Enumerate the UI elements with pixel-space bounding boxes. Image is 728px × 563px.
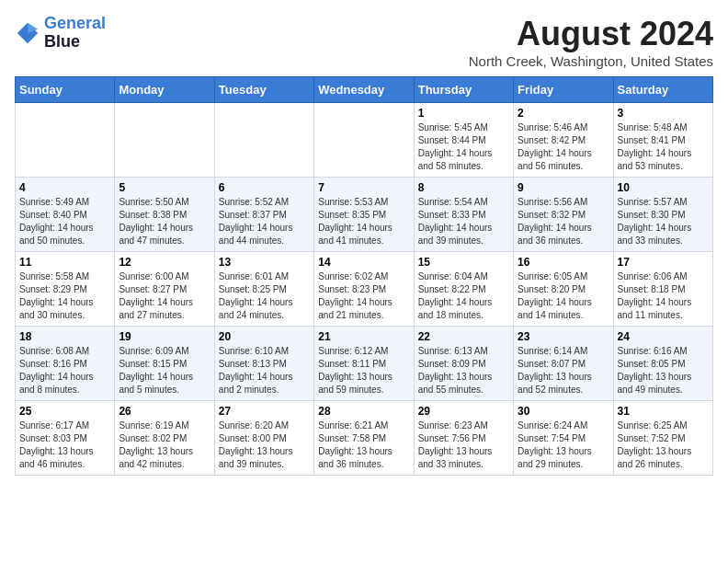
header-row: SundayMondayTuesdayWednesdayThursdayFrid… (16, 77, 713, 103)
day-number: 6 (219, 181, 310, 194)
calendar-cell: 31Sunrise: 6:25 AM Sunset: 7:52 PM Dayli… (613, 401, 712, 476)
header-day-saturday: Saturday (613, 77, 712, 103)
header: General Blue August 2024 North Creek, Wa… (15, 15, 713, 69)
day-info: Sunrise: 5:57 AM Sunset: 8:30 PM Dayligh… (618, 196, 709, 247)
day-number: 26 (119, 405, 210, 418)
logo: General Blue (15, 15, 106, 52)
day-number: 19 (119, 330, 210, 343)
day-info: Sunrise: 6:23 AM Sunset: 7:56 PM Dayligh… (418, 419, 509, 471)
day-number: 14 (318, 256, 409, 269)
day-number: 10 (618, 181, 709, 194)
calendar-body: 1Sunrise: 5:45 AM Sunset: 8:44 PM Daylig… (16, 103, 713, 476)
day-number: 16 (518, 256, 609, 269)
day-info: Sunrise: 5:54 AM Sunset: 8:33 PM Dayligh… (418, 196, 509, 247)
calendar-cell: 21Sunrise: 6:12 AM Sunset: 8:11 PM Dayli… (314, 327, 414, 401)
calendar-cell: 2Sunrise: 5:46 AM Sunset: 8:42 PM Daylig… (514, 103, 613, 178)
calendar-cell: 23Sunrise: 6:14 AM Sunset: 8:07 PM Dayli… (514, 327, 613, 401)
day-info: Sunrise: 5:52 AM Sunset: 8:37 PM Dayligh… (219, 196, 310, 247)
week-row-5: 25Sunrise: 6:17 AM Sunset: 8:03 PM Dayli… (16, 401, 713, 476)
day-number: 27 (219, 405, 310, 418)
calendar-cell: 30Sunrise: 6:24 AM Sunset: 7:54 PM Dayli… (514, 401, 613, 476)
day-info: Sunrise: 6:09 AM Sunset: 8:15 PM Dayligh… (119, 345, 210, 396)
main-title: August 2024 (469, 15, 713, 53)
day-number: 25 (19, 405, 110, 418)
day-info: Sunrise: 6:12 AM Sunset: 8:11 PM Dayligh… (318, 345, 409, 396)
day-info: Sunrise: 6:08 AM Sunset: 8:16 PM Dayligh… (19, 345, 110, 396)
calendar-cell: 19Sunrise: 6:09 AM Sunset: 8:15 PM Dayli… (115, 327, 214, 401)
day-info: Sunrise: 6:14 AM Sunset: 8:07 PM Dayligh… (518, 345, 609, 396)
calendar-cell: 9Sunrise: 5:56 AM Sunset: 8:32 PM Daylig… (514, 178, 613, 252)
day-info: Sunrise: 6:16 AM Sunset: 8:05 PM Dayligh… (618, 345, 709, 396)
day-info: Sunrise: 6:19 AM Sunset: 8:02 PM Dayligh… (119, 419, 210, 471)
header-day-tuesday: Tuesday (214, 77, 313, 103)
calendar-cell: 4Sunrise: 5:49 AM Sunset: 8:40 PM Daylig… (16, 178, 115, 252)
day-info: Sunrise: 5:58 AM Sunset: 8:29 PM Dayligh… (19, 270, 110, 322)
calendar-cell: 11Sunrise: 5:58 AM Sunset: 8:29 PM Dayli… (16, 252, 115, 327)
day-number: 5 (119, 181, 210, 194)
day-info: Sunrise: 5:49 AM Sunset: 8:40 PM Dayligh… (19, 196, 110, 247)
calendar-cell: 29Sunrise: 6:23 AM Sunset: 7:56 PM Dayli… (414, 401, 513, 476)
day-info: Sunrise: 5:45 AM Sunset: 8:44 PM Dayligh… (418, 121, 509, 173)
header-day-sunday: Sunday (16, 77, 115, 103)
day-info: Sunrise: 6:20 AM Sunset: 8:00 PM Dayligh… (219, 419, 310, 471)
day-info: Sunrise: 5:56 AM Sunset: 8:32 PM Dayligh… (518, 196, 609, 247)
calendar-cell: 8Sunrise: 5:54 AM Sunset: 8:33 PM Daylig… (414, 178, 513, 252)
calendar-cell (115, 103, 214, 178)
day-number: 8 (418, 181, 509, 194)
header-day-friday: Friday (514, 77, 613, 103)
day-number: 3 (618, 107, 709, 120)
calendar-cell (214, 103, 313, 178)
week-row-3: 11Sunrise: 5:58 AM Sunset: 8:29 PM Dayli… (16, 252, 713, 327)
day-info: Sunrise: 5:50 AM Sunset: 8:38 PM Dayligh… (119, 196, 210, 247)
calendar-cell: 25Sunrise: 6:17 AM Sunset: 8:03 PM Dayli… (16, 401, 115, 476)
week-row-1: 1Sunrise: 5:45 AM Sunset: 8:44 PM Daylig… (16, 103, 713, 178)
day-number: 4 (19, 181, 110, 194)
day-info: Sunrise: 6:05 AM Sunset: 8:20 PM Dayligh… (518, 270, 609, 322)
day-info: Sunrise: 6:10 AM Sunset: 8:13 PM Dayligh… (219, 345, 310, 396)
day-number: 2 (518, 107, 609, 120)
day-number: 18 (19, 330, 110, 343)
header-day-monday: Monday (115, 77, 214, 103)
calendar-cell: 5Sunrise: 5:50 AM Sunset: 8:38 PM Daylig… (115, 178, 214, 252)
day-info: Sunrise: 6:01 AM Sunset: 8:25 PM Dayligh… (219, 270, 310, 322)
day-info: Sunrise: 6:04 AM Sunset: 8:22 PM Dayligh… (418, 270, 509, 322)
day-number: 28 (318, 405, 409, 418)
day-info: Sunrise: 6:17 AM Sunset: 8:03 PM Dayligh… (19, 419, 110, 471)
day-number: 9 (518, 181, 609, 194)
calendar-cell (314, 103, 414, 178)
calendar-cell: 16Sunrise: 6:05 AM Sunset: 8:20 PM Dayli… (514, 252, 613, 327)
calendar-cell: 28Sunrise: 6:21 AM Sunset: 7:58 PM Dayli… (314, 401, 414, 476)
day-info: Sunrise: 6:21 AM Sunset: 7:58 PM Dayligh… (318, 419, 409, 471)
week-row-4: 18Sunrise: 6:08 AM Sunset: 8:16 PM Dayli… (16, 327, 713, 401)
day-number: 21 (318, 330, 409, 343)
calendar-cell: 15Sunrise: 6:04 AM Sunset: 8:22 PM Dayli… (414, 252, 513, 327)
calendar-cell: 26Sunrise: 6:19 AM Sunset: 8:02 PM Dayli… (115, 401, 214, 476)
calendar-cell: 17Sunrise: 6:06 AM Sunset: 8:18 PM Dayli… (613, 252, 712, 327)
day-number: 13 (219, 256, 310, 269)
day-info: Sunrise: 6:06 AM Sunset: 8:18 PM Dayligh… (618, 270, 709, 322)
calendar-cell: 24Sunrise: 6:16 AM Sunset: 8:05 PM Dayli… (613, 327, 712, 401)
day-number: 31 (618, 405, 709, 418)
title-area: August 2024 North Creek, Washington, Uni… (469, 15, 713, 69)
calendar-cell: 7Sunrise: 5:53 AM Sunset: 8:35 PM Daylig… (314, 178, 414, 252)
calendar-cell: 27Sunrise: 6:20 AM Sunset: 8:00 PM Dayli… (214, 401, 313, 476)
calendar-cell: 18Sunrise: 6:08 AM Sunset: 8:16 PM Dayli… (16, 327, 115, 401)
day-info: Sunrise: 5:48 AM Sunset: 8:41 PM Dayligh… (618, 121, 709, 173)
calendar-table: SundayMondayTuesdayWednesdayThursdayFrid… (15, 76, 713, 476)
calendar-cell: 1Sunrise: 5:45 AM Sunset: 8:44 PM Daylig… (414, 103, 513, 178)
calendar-cell: 12Sunrise: 6:00 AM Sunset: 8:27 PM Dayli… (115, 252, 214, 327)
day-info: Sunrise: 6:24 AM Sunset: 7:54 PM Dayligh… (518, 419, 609, 471)
day-number: 20 (219, 330, 310, 343)
logo-icon (15, 20, 40, 46)
day-number: 12 (119, 256, 210, 269)
day-number: 30 (518, 405, 609, 418)
calendar-cell: 3Sunrise: 5:48 AM Sunset: 8:41 PM Daylig… (613, 103, 712, 178)
day-number: 11 (19, 256, 110, 269)
day-number: 1 (418, 107, 509, 120)
calendar-header: SundayMondayTuesdayWednesdayThursdayFrid… (16, 77, 713, 103)
day-number: 23 (518, 330, 609, 343)
day-info: Sunrise: 6:13 AM Sunset: 8:09 PM Dayligh… (418, 345, 509, 396)
header-day-wednesday: Wednesday (314, 77, 414, 103)
calendar-cell: 14Sunrise: 6:02 AM Sunset: 8:23 PM Dayli… (314, 252, 414, 327)
calendar-cell: 10Sunrise: 5:57 AM Sunset: 8:30 PM Dayli… (613, 178, 712, 252)
